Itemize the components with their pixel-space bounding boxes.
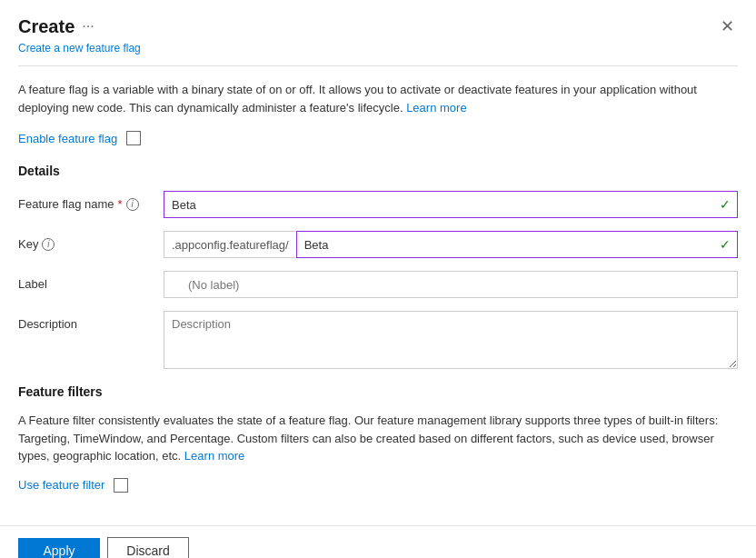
panel-title: Create bbox=[18, 16, 75, 37]
panel-subtitle[interactable]: Create a new feature flag bbox=[0, 42, 756, 65]
apply-button[interactable]: Apply bbox=[18, 538, 100, 559]
learn-more-link-2[interactable]: Learn more bbox=[184, 449, 244, 463]
details-section-title: Details bbox=[18, 164, 738, 178]
use-feature-filter-checkbox[interactable] bbox=[114, 478, 128, 493]
label-group: Label 🔍 bbox=[18, 271, 738, 298]
ellipsis-button[interactable]: ··· bbox=[82, 18, 94, 35]
feature-flag-name-info-icon[interactable]: i bbox=[126, 198, 139, 211]
discard-button[interactable]: Discard bbox=[107, 537, 189, 559]
description-group: Description bbox=[18, 311, 738, 372]
close-button[interactable]: ✕ bbox=[717, 15, 738, 38]
key-info-icon[interactable]: i bbox=[42, 238, 55, 251]
feature-flag-name-wrapper: ✓ bbox=[164, 191, 738, 218]
key-input-row: .appconfig.featureflag/ ✓ bbox=[164, 231, 738, 258]
key-input[interactable] bbox=[296, 231, 738, 258]
panel-footer: Apply Discard bbox=[0, 525, 756, 559]
feature-filters-section: Feature filters A Feature filter consist… bbox=[18, 384, 738, 493]
required-star: * bbox=[118, 197, 123, 211]
feature-flag-name-input-row: ✓ bbox=[164, 191, 738, 218]
feature-flag-name-check-icon: ✓ bbox=[720, 197, 731, 212]
panel-body: A feature flag is a variable with a bina… bbox=[0, 66, 756, 525]
label-label: Label bbox=[18, 271, 164, 291]
use-feature-filter-label: Use feature filter bbox=[18, 478, 104, 492]
key-input-wrapper: ✓ bbox=[296, 231, 738, 258]
learn-more-link-1[interactable]: Learn more bbox=[406, 101, 466, 115]
panel-header: Create ··· ✕ bbox=[0, 0, 756, 42]
feature-flag-name-input[interactable] bbox=[164, 191, 738, 218]
enable-feature-label: Enable feature flag bbox=[18, 132, 117, 145]
description-textarea[interactable] bbox=[164, 311, 738, 369]
key-group: Key i .appconfig.featureflag/ ✓ bbox=[18, 231, 738, 258]
feature-flag-name-group: Feature flag name * i ✓ bbox=[18, 191, 738, 218]
create-panel: Create ··· ✕ Create a new feature flag A… bbox=[0, 0, 756, 558]
description-wrapper bbox=[164, 311, 738, 372]
feature-filters-title: Feature filters bbox=[18, 384, 738, 399]
description-label: Description bbox=[18, 311, 164, 331]
label-input[interactable] bbox=[164, 271, 738, 298]
key-wrapper: .appconfig.featureflag/ ✓ bbox=[164, 231, 738, 258]
key-prefix: .appconfig.featureflag/ bbox=[164, 231, 296, 258]
use-feature-filter-row: Use feature filter bbox=[18, 478, 738, 493]
feature-flag-name-label: Feature flag name * i bbox=[18, 191, 164, 211]
label-wrapper: 🔍 bbox=[164, 271, 738, 298]
intro-description: A feature flag is a variable with a bina… bbox=[18, 81, 738, 116]
key-check-icon: ✓ bbox=[720, 237, 731, 252]
enable-feature-row: Enable feature flag bbox=[18, 131, 738, 145]
enable-feature-checkbox[interactable] bbox=[126, 131, 141, 145]
key-label: Key i bbox=[18, 231, 164, 251]
title-row: Create ··· bbox=[18, 16, 94, 37]
filters-description: A Feature filter consistently evaluates … bbox=[18, 412, 738, 465]
